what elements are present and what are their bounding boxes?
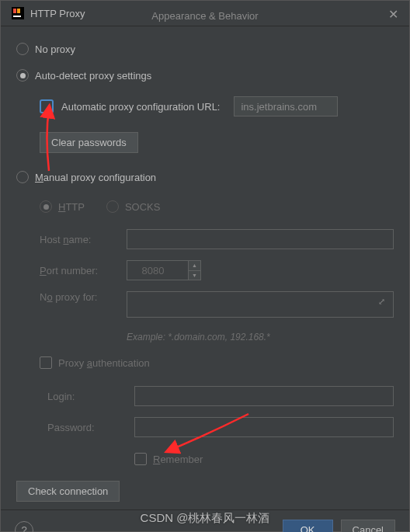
host-input[interactable]: [127, 229, 394, 249]
http-option[interactable]: HTTP: [40, 200, 85, 213]
radio-icon: [16, 43, 29, 55]
pac-checkbox[interactable]: [40, 99, 54, 113]
auth-row[interactable]: Proxy authentication: [40, 356, 394, 369]
radio-icon: [16, 69, 29, 82]
password-row: Password:: [47, 417, 394, 437]
auth-checkbox[interactable]: [40, 356, 52, 369]
cancel-button[interactable]: Cancel: [341, 520, 395, 532]
watermark: CSDN @桃林春风一林酒: [141, 511, 270, 526]
titlebar: HTTP Proxy ✕: [1, 1, 409, 26]
svg-rect-2: [17, 9, 20, 13]
http-label: HTTP: [58, 201, 85, 213]
login-label: Login:: [47, 391, 125, 402]
radio-icon: [106, 200, 119, 213]
host-label: Host name:: [40, 234, 117, 245]
dialog-title: HTTP Proxy: [30, 8, 85, 19]
remember-checkbox[interactable]: [134, 453, 147, 465]
manual-section: HTTP SOCKS Host name: Port number: ▲▼: [40, 198, 394, 465]
remember-label: Remember: [153, 454, 203, 465]
pac-url-row: Automatic proxy configuration URL:: [40, 96, 394, 116]
password-label: Password:: [47, 422, 125, 433]
help-icon[interactable]: ?: [15, 521, 33, 533]
check-connection-button[interactable]: Check connection: [16, 481, 120, 502]
port-row: Port number: ▲▼: [40, 260, 394, 280]
no-proxy-label: No proxy: [35, 43, 75, 55]
manual-option[interactable]: Manual proxy configuration: [16, 171, 394, 183]
expand-icon[interactable]: ⤢: [375, 297, 388, 307]
manual-label: Manual proxy configuration: [35, 172, 156, 183]
dialog-content: No proxy Auto-detect proxy settings Auto…: [1, 26, 409, 509]
auto-detect-label: Auto-detect proxy settings: [35, 70, 151, 82]
noproxy-row: No proxy for: ⤢: [40, 291, 394, 318]
port-input[interactable]: [127, 260, 189, 280]
remember-row[interactable]: Remember: [134, 453, 394, 465]
no-proxy-option[interactable]: No proxy: [16, 43, 394, 55]
password-input[interactable]: [134, 417, 394, 437]
radio-icon: [16, 171, 29, 183]
radio-icon: [40, 200, 52, 213]
pac-url-input[interactable]: [234, 96, 338, 116]
port-label: Port number:: [40, 265, 117, 276]
port-spinner[interactable]: ▲▼: [189, 260, 201, 280]
socks-label: SOCKS: [125, 201, 161, 213]
noproxy-label: No proxy for:: [40, 291, 117, 303]
close-icon[interactable]: ✕: [388, 7, 398, 22]
socks-option[interactable]: SOCKS: [106, 200, 161, 213]
pac-label: Automatic proxy configuration URL:: [61, 101, 220, 113]
svg-rect-1: [13, 9, 16, 13]
http-proxy-dialog: HTTP Proxy ✕ No proxy Auto-detect proxy …: [0, 0, 410, 532]
auth-label: Proxy authentication: [58, 357, 150, 369]
app-icon: [12, 7, 24, 19]
ok-button[interactable]: OK: [283, 520, 333, 532]
svg-rect-3: [13, 16, 21, 17]
example-text: Example: *.domain.com, 192.168.*: [127, 332, 394, 342]
auto-detect-option[interactable]: Auto-detect proxy settings: [16, 69, 394, 82]
login-row: Login:: [47, 386, 394, 406]
host-row: Host name:: [40, 229, 394, 249]
clear-passwords-button[interactable]: Clear passwords: [40, 132, 138, 153]
noproxy-input[interactable]: ⤢: [127, 291, 394, 318]
login-input[interactable]: [134, 386, 394, 406]
